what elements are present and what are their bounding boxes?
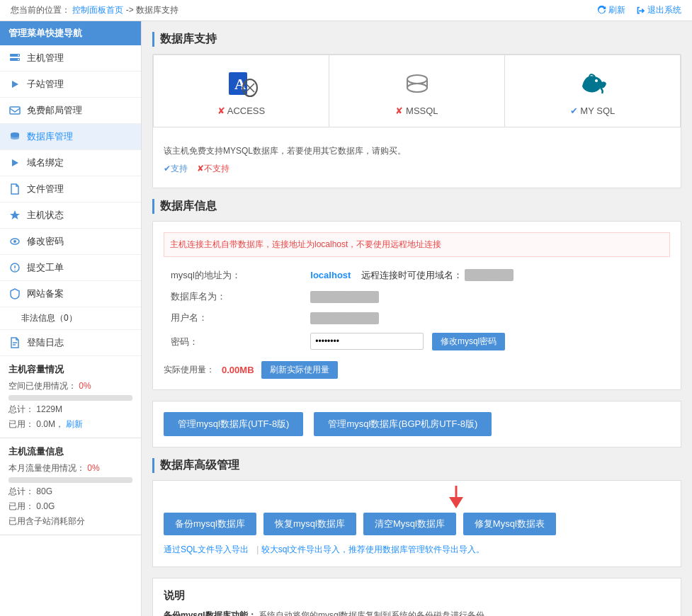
advanced-title: 数据库高级管理 — [152, 458, 681, 473]
db-name-row: 数据库名为： ████ — [165, 287, 669, 307]
red-arrow-indicator — [443, 484, 469, 510]
sidebar-item-site-record[interactable]: 网站备案 — [0, 281, 141, 307]
sidebar-item-label: 提交工单 — [27, 261, 64, 274]
sidebar-item-label: 子站管理 — [27, 78, 64, 91]
username-value: ████ — [305, 308, 669, 328]
db-notice: 该主机免费支持MYSQL数据库，若要使用其它数据库，请购买。 ✔支持 ✘不支持 — [153, 135, 681, 188]
db-name-label: 数据库名为： — [165, 287, 303, 307]
sidebar-refresh-link[interactable]: 刷新 — [66, 419, 83, 429]
db-types-row: A ✘ ACCESS — [153, 55, 681, 127]
username-blur: ████ — [310, 312, 379, 324]
log-file-icon — [8, 336, 21, 349]
sql-large-file-link[interactable]: 较大sql文件导出导入，推荐使用数据库管理软件导出导入。 — [261, 544, 484, 554]
space-used: 已用： 0.0M， 刷新 — [8, 418, 132, 430]
sidebar-item-submit-ticket[interactable]: 提交工单 — [0, 255, 141, 281]
sql-links-row: 通过SQL文件导入导出 | 较大sql文件导出导入，推荐使用数据库管理软件导出导… — [164, 544, 670, 556]
sidebar-traffic: 主机流量信息 本月流量使用情况： 0% 总计： 80G 已用： 0.0G 已用含… — [0, 438, 141, 535]
sidebar-item-label: 登陆日志 — [27, 336, 64, 349]
password-row: 密码： 修改mysql密码 — [165, 329, 669, 354]
mssql-icon — [399, 66, 435, 101]
usage-row: 实际使用量： 0.00MB 刷新实际使用量 — [164, 361, 670, 379]
clear-mysql-btn[interactable]: 清空Mysql数据库 — [363, 513, 456, 535]
sidebar-item-label: 网站备案 — [27, 287, 64, 300]
username-label: 用户名： — [165, 308, 303, 328]
db-info-title: 数据库信息 — [152, 199, 681, 214]
db-name-blur: ████ — [310, 291, 379, 303]
db-support-title: 数据库支持 — [152, 32, 681, 47]
total-traffic: 总计： 80G — [8, 486, 132, 498]
shield-icon — [8, 287, 21, 300]
sidebar-item-change-pwd[interactable]: 修改密码 — [0, 229, 141, 255]
breadcrumb: 您当前的位置： 控制面板首页 -> 数据库支持 — [11, 4, 178, 16]
refresh-btn[interactable]: 刷新 — [597, 4, 625, 16]
topbar: 您当前的位置： 控制面板首页 -> 数据库支持 刷新 退出系统 — [0, 0, 692, 21]
sidebar-title: 管理菜单快捷导航 — [0, 21, 141, 45]
db-type-access: A ✘ ACCESS — [154, 55, 329, 127]
capacity-title: 主机容量情况 — [8, 363, 132, 376]
mgmt-buttons-row: 管理mysql数据库(UTF-8版) 管理mysql数据库(BGP机房UTF-8… — [152, 401, 681, 447]
sidebar-sub-item-label: 非法信息（0） — [21, 313, 77, 323]
sidebar-item-label: 主机管理 — [27, 52, 64, 64]
manage-bgp-btn[interactable]: 管理mysql数据库(BGP机房UTF-8版) — [314, 412, 492, 436]
svg-marker-24 — [449, 497, 463, 508]
sidebar-item-db-mgmt[interactable]: 数据库管理 — [0, 124, 141, 150]
password-value: 修改mysql密码 — [305, 329, 669, 354]
sidebar-item-label: 免费邮局管理 — [27, 104, 82, 117]
db-name-value: ████ — [305, 287, 669, 307]
repair-mysql-btn[interactable]: 修复Mysql数据表 — [463, 513, 556, 535]
sidebar-item-host-status[interactable]: 主机状态 — [0, 203, 141, 229]
space-usage-label: 空间已使用情况： 0% — [8, 380, 132, 392]
db-icon — [8, 130, 21, 143]
restore-mysql-btn[interactable]: 恢复mysql数据库 — [263, 513, 356, 535]
sidebar-item-login-log[interactable]: 登陆日志 — [0, 330, 141, 356]
breadcrumb-home-link[interactable]: 控制面板首页 — [72, 5, 123, 15]
svg-point-22 — [595, 79, 598, 82]
desc-title: 说明 — [164, 589, 670, 603]
username-row: 用户名： ████ — [165, 308, 669, 328]
sql-import-export-link[interactable]: 通过SQL文件导入导出 — [164, 544, 249, 554]
sidebar-capacity: 主机容量情况 空间已使用情况： 0% 总计： 1229M 已用： 0.0M， 刷… — [0, 356, 141, 438]
mysql-addr-label: mysql的地址为： — [165, 266, 303, 285]
mysql-addr-row: mysql的地址为： localhost 远程连接时可使用域名： .com — [165, 266, 669, 285]
advanced-card: 备份mysql数据库 恢复mysql数据库 清空Mysql数据库 修复Mysql… — [152, 480, 681, 567]
svg-point-19 — [407, 84, 427, 92]
svg-point-3 — [18, 59, 19, 60]
sidebar-item-email-mgmt[interactable]: 免费邮局管理 — [0, 98, 141, 124]
sidebar-item-label: 文件管理 — [27, 183, 64, 195]
traffic-progress-bar-bg — [8, 477, 132, 483]
sidebar-item-host-mgmt[interactable]: 主机管理 — [0, 45, 141, 72]
sidebar: 管理菜单快捷导航 主机管理 子站管理 免费邮局管理 — [0, 21, 142, 616]
db-warning: 主机连接主机自带数据库，连接地址为localhost，不要使用远程地址连接 — [164, 232, 670, 257]
topbar-actions: 刷新 退出系统 — [597, 4, 681, 16]
support-status: ✔支持 ✘不支持 — [164, 163, 670, 175]
actual-usage-value: 0.00MB — [222, 365, 254, 375]
sidebar-item-label: 主机状态 — [27, 209, 64, 222]
envelope-icon — [8, 104, 21, 117]
db-info-table: mysql的地址为： localhost 远程连接时可使用域名： .com 数据… — [164, 264, 670, 355]
svg-point-2 — [18, 55, 19, 56]
change-mysql-pwd-btn[interactable]: 修改mysql密码 — [432, 333, 505, 350]
sql-separator: | — [256, 544, 259, 554]
star-icon — [8, 209, 21, 222]
refresh-usage-btn[interactable]: 刷新实际使用量 — [261, 361, 338, 379]
sidebar-item-file-mgmt[interactable]: 文件管理 — [0, 176, 141, 203]
password-input[interactable] — [310, 333, 424, 350]
sidebar-item-subsite-mgmt[interactable]: 子站管理 — [0, 72, 141, 98]
used-traffic: 已用： 0.0G — [8, 501, 132, 513]
manage-utf8-btn[interactable]: 管理mysql数据库(UTF-8版) — [164, 412, 303, 436]
mysql-icon — [575, 66, 611, 101]
backup-mysql-btn[interactable]: 备份mysql数据库 — [164, 513, 256, 535]
arrow-right-icon — [8, 78, 21, 91]
password-label: 密码： — [165, 329, 303, 354]
sidebar-item-domain-bind[interactable]: 域名绑定 — [0, 150, 141, 176]
desc-backup: 备份mysql数据库功能： 系统自动将您的mysql数据库复制到系统的备份磁盘进… — [164, 608, 670, 616]
db-info-card: 主机连接主机自带数据库，连接地址为localhost，不要使用远程地址连接 my… — [152, 221, 681, 390]
file-icon — [8, 183, 21, 195]
main-content: 数据库支持 A ✘ ACCESS — [142, 21, 692, 616]
sidebar-item-illegal-info[interactable]: 非法信息（0） — [0, 307, 141, 330]
svg-point-7 — [13, 240, 16, 243]
svg-point-16 — [407, 75, 427, 84]
svg-rect-4 — [10, 107, 20, 114]
space-detail: 总计： 1229M — [8, 404, 132, 416]
logout-btn[interactable]: 退出系统 — [636, 4, 681, 16]
